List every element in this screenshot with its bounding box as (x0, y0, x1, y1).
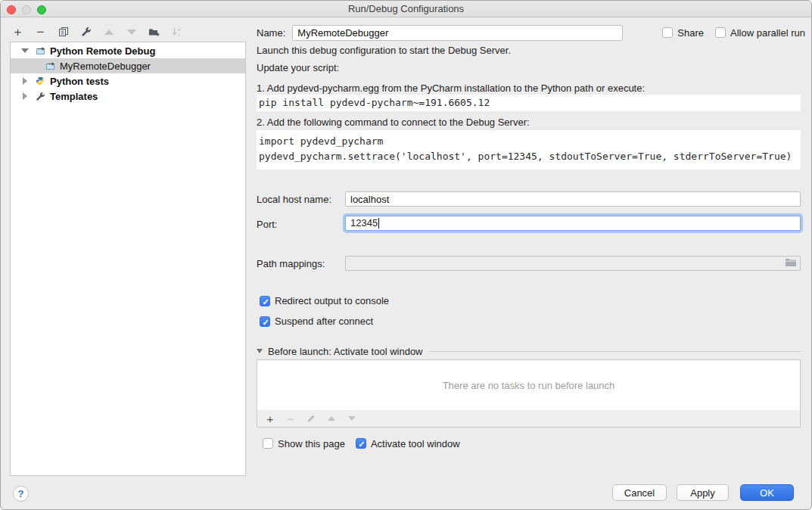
cancel-button[interactable]: Cancel (612, 484, 667, 501)
add-configuration-button[interactable]: + (11, 26, 24, 39)
name-input[interactable]: MyRemoteDebugger (292, 25, 623, 41)
svg-text:a: a (178, 27, 181, 32)
code-line-1: import pydevd_pycharm (259, 134, 801, 149)
help-button[interactable]: ? (13, 486, 29, 502)
allow-parallel-run-label: Allow parallel run (730, 27, 805, 39)
move-task-down-icon (347, 413, 357, 424)
text-cursor (378, 218, 379, 229)
move-up-icon (102, 26, 115, 39)
suspend-after-connect-label: Suspend after connect (275, 316, 373, 327)
share-label: Share (677, 27, 704, 39)
name-row: Name: MyRemoteDebugger Share Allow paral… (257, 24, 805, 41)
activate-tool-window-checkbox[interactable]: Activate tool window (356, 438, 460, 449)
tree-item-python-remote-debug[interactable]: Python Remote Debug (11, 43, 245, 58)
tree-item-myremotedebugger[interactable]: MyRemoteDebugger (11, 58, 245, 73)
edit-task-pencil-icon (306, 413, 316, 424)
share-checkbox-box[interactable] (662, 27, 673, 38)
description-line-1: Launch this debug configuration to start… (257, 45, 511, 56)
activate-tool-window-checkbox-box[interactable] (356, 438, 366, 449)
pip-install-command: pip install pydevd-pycharm~=191.6605.12 (257, 95, 801, 111)
tree-item-label: Python Remote Debug (50, 45, 155, 57)
sort-configurations-icon: az (170, 26, 183, 39)
description-step-2: 2. Add the following command to connect … (257, 117, 530, 128)
redirect-output-checkbox-box[interactable] (260, 296, 270, 306)
page-options-row: Show this page Activate tool window (263, 437, 460, 449)
code-line-2: pydevd_pycharm.settrace('localhost', por… (259, 149, 801, 164)
tree-item-label: Python tests (50, 76, 109, 87)
show-this-page-label: Show this page (278, 438, 345, 449)
local-host-name-label: Local host name: (257, 194, 331, 205)
suspend-after-connect-checkbox[interactable]: Suspend after connect (260, 316, 373, 327)
before-launch-title: Before launch: Activate tool window (268, 346, 423, 357)
description-line-2: Update your script: (257, 62, 339, 73)
chevron-down-icon[interactable] (257, 349, 263, 353)
tree-item-label: Templates (50, 91, 98, 102)
open-folder-icon[interactable] (785, 257, 797, 269)
allow-parallel-run-checkbox[interactable]: Allow parallel run (715, 27, 805, 39)
before-launch-section-header[interactable]: Before launch: Activate tool window (257, 345, 801, 357)
configurations-toolbar: + − az (11, 23, 183, 40)
suspend-after-connect-checkbox-box[interactable] (260, 316, 270, 327)
share-checkbox[interactable]: Share (662, 27, 704, 39)
port-label: Port: (257, 219, 277, 230)
remove-task-icon: − (285, 413, 296, 424)
tree-item-python-tests[interactable]: Python tests (11, 73, 245, 89)
ok-button[interactable]: OK (740, 484, 794, 501)
run-debug-configurations-dialog: Run/Debug Configurations + − az Python R… (0, 0, 812, 510)
move-down-icon (125, 26, 138, 39)
port-input[interactable]: 12345 (345, 216, 801, 231)
tree-item-label: MyRemoteDebugger (60, 61, 151, 72)
redirect-output-checkbox[interactable]: Redirect output to console (260, 295, 389, 306)
path-mappings-label: Path mappings: (257, 258, 325, 269)
port-focus-ring: 12345 (343, 213, 803, 233)
chevron-right-icon[interactable] (20, 92, 30, 100)
show-this-page-checkbox-box[interactable] (263, 438, 273, 449)
window-title: Run/Debug Configurations (1, 1, 811, 17)
redirect-output-label: Redirect output to console (275, 295, 389, 306)
description-step-1: 1. Add pydevd-pycharm.egg from the PyCha… (257, 82, 645, 94)
port-value: 12345 (350, 216, 378, 230)
section-divider (429, 351, 801, 352)
before-launch-task-list[interactable]: There are no tasks to run before launch (257, 359, 801, 411)
copy-configuration-icon[interactable] (57, 26, 70, 39)
run-config-icon (35, 46, 45, 56)
apply-button[interactable]: Apply (677, 484, 729, 501)
configurations-tree: Python Remote Debug MyRemoteDebugger Pyt… (10, 42, 246, 476)
show-this-page-checkbox[interactable]: Show this page (263, 438, 345, 449)
add-task-button[interactable]: + (265, 413, 275, 424)
remove-configuration-button[interactable]: − (34, 26, 47, 39)
chevron-down-icon[interactable] (20, 48, 30, 53)
svg-text:z: z (178, 33, 180, 37)
help-question-icon: ? (18, 488, 24, 499)
before-launch-empty-text: There are no tasks to run before launch (443, 380, 615, 391)
activate-tool-window-label: Activate tool window (371, 438, 460, 449)
local-host-name-input[interactable]: localhost (345, 191, 801, 207)
move-task-up-icon (326, 413, 337, 424)
name-label: Name: (257, 27, 285, 39)
allow-parallel-run-checkbox-box[interactable] (715, 27, 726, 38)
path-mappings-input[interactable] (345, 256, 801, 271)
settrace-code-block: import pydevd_pycharm pydevd_pycharm.set… (257, 130, 801, 169)
templates-wrench-icon (35, 92, 45, 101)
run-config-icon (16, 61, 55, 71)
title-bar: Run/Debug Configurations (1, 1, 811, 17)
new-folder-icon[interactable] (148, 26, 160, 39)
before-launch-toolbar: + − (257, 410, 801, 428)
edit-templates-wrench-icon[interactable] (79, 26, 92, 39)
python-icon (35, 76, 45, 86)
tree-item-templates[interactable]: Templates (11, 89, 245, 104)
chevron-right-icon[interactable] (20, 77, 30, 85)
